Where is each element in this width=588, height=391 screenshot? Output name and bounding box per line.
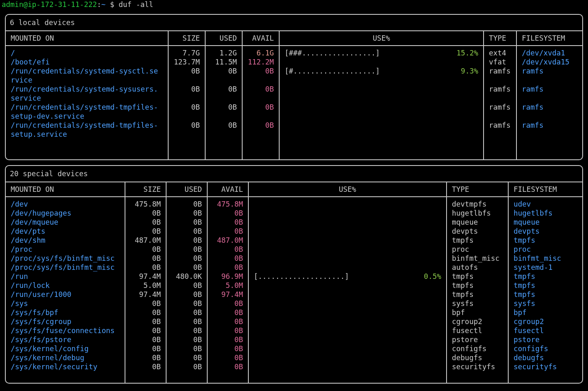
mount-path: /proc/sys/fs/binfmt_misc [11, 254, 115, 262]
used-value: 0B [193, 245, 202, 253]
column-header: MOUNTED ON [6, 182, 125, 197]
filesystem-value: tmpfs [514, 272, 535, 281]
type-value: ramfs [489, 121, 511, 129]
size-value: 0B [152, 227, 161, 235]
mount-path: setup-dev.service [11, 112, 84, 120]
table-row: /dev/dev/hugepages/dev/mqueue/dev/pts/de… [6, 197, 582, 383]
avail-value: 5.0M [226, 281, 243, 290]
column-header: USE% [248, 182, 447, 197]
used-value: 480.0K [176, 272, 202, 281]
type-value: ramfs [489, 103, 511, 111]
size-value: 0B [191, 85, 200, 93]
filesystem-value: bpf [514, 308, 527, 317]
avail-value: 0B [234, 218, 243, 226]
special-devices-box: 20 special devicesMOUNTED ONSIZEUSEDAVAI… [5, 165, 583, 384]
used-value: 0B [193, 281, 202, 290]
used-value: 0B [193, 218, 202, 226]
avail-value: 0B [234, 209, 243, 217]
used-value: 0B [193, 317, 202, 326]
used-value: 0B [228, 103, 237, 111]
use-cell: [....................]0.5% [254, 272, 441, 281]
mount-path: /dev [11, 200, 28, 208]
used-value: 0B [193, 200, 202, 208]
type-value: ramfs [489, 85, 511, 93]
column-header: SIZE [125, 182, 166, 197]
filesystem-value: ramfs [522, 121, 544, 129]
used-value: 0B [193, 308, 202, 317]
avail-value: 0B [234, 245, 243, 253]
column-header: FILESYSTEM [508, 182, 582, 197]
mount-path: /dev/hugepages [11, 209, 72, 217]
column-header: TYPE [447, 182, 508, 197]
mount-path: / [11, 49, 15, 57]
size-value: 475.8M [135, 200, 161, 208]
avail-value: 0B [234, 363, 243, 371]
filesystem-value: udev [514, 200, 531, 208]
used-value: 0B [228, 85, 237, 93]
size-value: 0B [152, 345, 161, 353]
usage-percent: 0.5% [354, 272, 441, 281]
table-cell: /dev/xvda1/dev/xvda15ramfs ramfs ramfs r… [516, 46, 582, 159]
filesystem-value: hugetlbfs [514, 209, 553, 217]
type-value: binfmt_misc [452, 254, 500, 262]
filesystem-value: ramfs [522, 67, 544, 75]
mount-path: /boot/efi [11, 58, 50, 66]
used-value: 0B [193, 263, 202, 271]
size-value: 5.0M [144, 281, 161, 290]
avail-value: 0B [265, 67, 274, 75]
type-value: tmpfs [452, 281, 474, 290]
avail-value: 0B [234, 317, 243, 326]
used-value: 0B [193, 227, 202, 235]
use-cell: [###.................]15.2% [285, 48, 478, 58]
table-cell: //boot/efi/run/credentials/systemd-sysct… [6, 46, 168, 159]
size-value: 0B [191, 103, 200, 111]
usage-bar: [....................] [254, 272, 349, 281]
used-value: 0B [193, 254, 202, 262]
filesystem-value: mqueue [514, 218, 539, 226]
use-cell: [#...................]9.3% [285, 67, 478, 76]
table-cell: 0B0B0B0B0B0B0B0B480.0K0B0B0B0B0B0B0B0B0B… [166, 197, 207, 383]
used-value: 0B [228, 121, 237, 129]
table-cell: [....................]0.5% [248, 197, 447, 383]
size-value: 0B [152, 263, 161, 271]
type-value: devtmpfs [452, 200, 486, 208]
used-value: 0B [193, 327, 202, 335]
command-text: duf -all [119, 0, 153, 9]
filesystem-value: devpts [514, 227, 539, 235]
filesystem-value: cgroup2 [514, 317, 544, 326]
mount-path: service [11, 94, 41, 102]
size-value: 7.7G [183, 49, 200, 57]
avail-value: 0B [265, 121, 274, 129]
type-value: ramfs [489, 67, 511, 75]
type-value: tmpfs [452, 236, 474, 244]
size-value: 487.0M [135, 236, 161, 244]
table-cell: [###.................]15.2%[#...........… [279, 46, 484, 159]
size-value: 0B [152, 317, 161, 326]
size-value: 0B [152, 299, 161, 308]
usage-bar: [#...................] [285, 67, 380, 76]
used-value: 0B [193, 345, 202, 353]
avail-value: 112.2M [248, 58, 274, 66]
size-value: 0B [152, 308, 161, 317]
size-value: 97.4M [139, 272, 161, 281]
mount-path: /sys/fs/bpf [11, 308, 58, 317]
type-value: fusectl [452, 327, 482, 335]
filesystem-value: /dev/xvda15 [522, 58, 569, 66]
mount-path: /dev/pts [11, 227, 45, 235]
size-value: 0B [152, 209, 161, 217]
prompt-path: ~ [101, 0, 106, 9]
size-value: 0B [191, 121, 200, 129]
used-value: 0B [193, 363, 202, 371]
size-value: 0B [191, 67, 200, 75]
mount-path: /run/lock [11, 281, 50, 290]
avail-value: 0B [234, 227, 243, 235]
filesystem-value: binfmt_misc [514, 254, 561, 262]
avail-value: 487.0M [217, 236, 243, 244]
type-value: cgroup2 [452, 317, 482, 326]
mount-path: /run/credentials/systemd-sysctl.se [11, 67, 158, 75]
used-value: 0B [193, 336, 202, 344]
avail-value: 96.9M [221, 272, 243, 281]
mount-path: /sys/fs/pstore [11, 336, 72, 344]
device-table: MOUNTED ONSIZEUSEDAVAILUSE%TYPEFILESYSTE… [6, 182, 582, 383]
usage-bar: [###.................] [285, 48, 380, 58]
